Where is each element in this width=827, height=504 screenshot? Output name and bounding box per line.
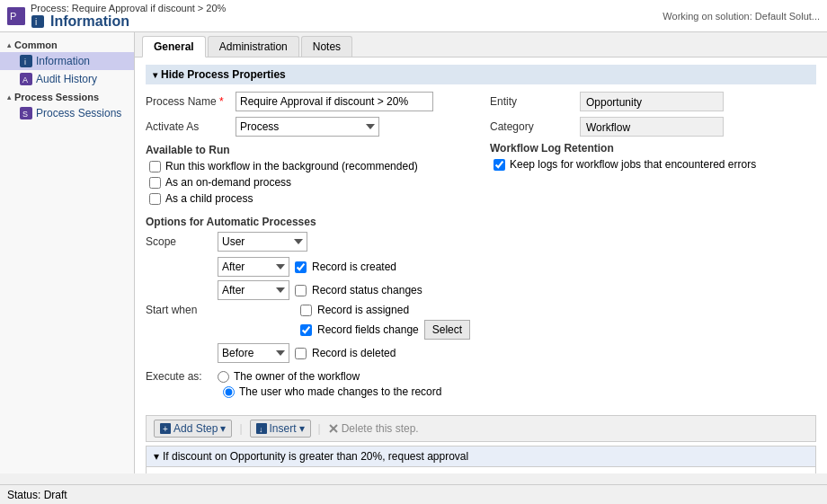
step-bar: + Add Step ▾ | ↓ Insert ▾ | Delete this …: [146, 415, 816, 442]
sidebar-item-process-sessions[interactable]: S Process Sessions: [0, 104, 134, 122]
record-status-label: Record status changes: [312, 284, 422, 296]
checkbox-child: As a child process: [146, 192, 472, 205]
content-area: General Administration Notes ▾ Hide Proc…: [135, 32, 827, 473]
sidebar: ▴ Common i Information A Audit History ▴…: [0, 32, 135, 473]
add-step-icon: +: [160, 423, 171, 434]
activate-as-label: Activate As: [146, 120, 236, 133]
sw2-select[interactable]: After: [218, 280, 289, 300]
delete-step[interactable]: Delete this step.: [328, 422, 419, 435]
keep-logs-label: Keep logs for workflow jobs that encount…: [510, 158, 756, 171]
audit-icon: A: [20, 73, 32, 85]
record-created-label: Record is created: [312, 261, 396, 273]
svg-text:S: S: [22, 110, 28, 119]
category-row: Category Workflow: [490, 117, 816, 137]
activate-as-row: Activate As Process: [146, 117, 472, 137]
common-triangle: ▴: [7, 41, 11, 49]
sidebar-item-audit-history[interactable]: A Audit History: [0, 70, 134, 88]
checkbox-background: Run this workflow in the background (rec…: [146, 160, 472, 172]
execute-owner-radio[interactable]: [218, 371, 229, 383]
section-arrow: ▾: [153, 70, 157, 80]
scope-label: Scope: [146, 235, 218, 248]
process-sessions-label: Process Sessions: [36, 107, 121, 119]
ps-triangle: ▴: [7, 93, 11, 102]
execute-as-row2: The user who made changes to the record: [146, 385, 816, 398]
ondemand-label: As an on-demand process: [165, 176, 291, 189]
right-col: Entity Opportunity Category Workflow Wor…: [490, 92, 816, 208]
scope-select[interactable]: User: [218, 232, 307, 252]
svg-text:i: i: [24, 57, 26, 66]
svg-text:+: +: [163, 424, 168, 434]
select-button[interactable]: Select: [424, 320, 470, 340]
svg-text:P: P: [10, 11, 16, 22]
process-icon: P: [7, 7, 25, 25]
ps-group-label: Process Sessions: [14, 92, 99, 102]
entity-value: Opportunity: [580, 92, 724, 111]
information-label: Information: [36, 55, 90, 67]
svg-rect-2: [31, 15, 44, 28]
sw5-select[interactable]: Before: [218, 343, 289, 363]
execute-as-label: Execute as:: [146, 370, 218, 383]
common-group: ▴ Common: [0, 36, 134, 52]
add-step-button[interactable]: + Add Step ▾: [154, 420, 232, 438]
tab-administration[interactable]: Administration: [208, 36, 299, 57]
start-when-fields: After Record is created After Record sta…: [218, 257, 470, 363]
workflow-steps: ▾ If discount on Opportunity is greater …: [146, 446, 816, 473]
process-sessions-group: ▴ Process Sessions: [0, 88, 134, 104]
process-subtitle: Process: Require Approval if discount > …: [31, 3, 226, 13]
child-checkbox[interactable]: [149, 193, 161, 205]
sw-line-1: After Record is created: [218, 257, 470, 277]
record-deleted-checkbox[interactable]: [295, 348, 307, 359]
execute-user-label: The user who made changes to the record: [239, 385, 441, 398]
scope-row: Scope User: [146, 232, 816, 252]
wf-step-body: If Opportunity:Opportunity Discount (%) …: [147, 467, 815, 473]
record-assigned-checkbox[interactable]: [300, 305, 312, 316]
record-deleted-label: Record is deleted: [312, 347, 396, 359]
category-label: Category: [490, 120, 580, 133]
info-icon: i: [31, 14, 45, 29]
ondemand-checkbox[interactable]: [149, 177, 161, 189]
section-header[interactable]: ▾ Hide Process Properties: [146, 65, 816, 84]
working-on-label: Working on solution: Default Solut...: [662, 11, 820, 22]
process-name-row: Process Name *: [146, 92, 472, 111]
options-section: Options for Automatic Processes Scope Us…: [146, 216, 816, 398]
tab-general[interactable]: General: [142, 36, 206, 57]
wl-title: Workflow Log Retention: [490, 142, 816, 155]
sw1-select[interactable]: After: [218, 257, 289, 277]
entity-row: Entity Opportunity: [490, 92, 816, 111]
tabs-bar: General Administration Notes: [135, 32, 827, 57]
insert-icon: ↓: [256, 423, 267, 434]
activate-as-select[interactable]: Process: [236, 117, 379, 137]
svg-rect-4: [20, 55, 32, 67]
tab-notes[interactable]: Notes: [301, 36, 352, 57]
left-col: Process Name * Activate As Process Avail: [146, 92, 472, 208]
svg-text:A: A: [22, 75, 28, 84]
process-name-label: Process Name *: [146, 95, 236, 108]
information-icon: i: [20, 55, 32, 67]
workflow-log-section: Workflow Log Retention Keep logs for wor…: [490, 142, 816, 171]
process-name-input[interactable]: [236, 92, 433, 111]
keep-logs-checkbox[interactable]: [494, 159, 505, 171]
child-label: As a child process: [165, 192, 253, 205]
execute-as-section: Execute as: The owner of the workflow Th…: [146, 370, 816, 398]
form-section: ▾ Hide Process Properties Process Name *: [135, 57, 827, 408]
insert-button[interactable]: ↓ Insert ▾: [250, 420, 311, 438]
available-to-run-title: Available to Run: [146, 144, 472, 156]
sw-line-4: Record fields change Select: [218, 320, 470, 340]
record-fields-checkbox[interactable]: [300, 324, 312, 336]
form-two-col: Process Name * Activate As Process Avail: [146, 92, 816, 208]
delete-icon: [328, 423, 339, 434]
execute-as-row1: Execute as: The owner of the workflow: [146, 370, 816, 383]
start-when-row: Start when After Record is created: [146, 257, 816, 363]
checkbox-keep-logs: Keep logs for workflow jobs that encount…: [490, 158, 816, 171]
entity-label: Entity: [490, 95, 580, 108]
common-group-label: Common: [14, 40, 58, 50]
background-checkbox[interactable]: [149, 161, 161, 172]
record-created-checkbox[interactable]: [295, 261, 307, 273]
record-status-checkbox[interactable]: [295, 285, 307, 296]
audit-history-label: Audit History: [36, 73, 97, 85]
record-assigned-label: Record is assigned: [317, 304, 409, 316]
execute-user-radio[interactable]: [223, 386, 235, 398]
category-value: Workflow: [580, 117, 724, 137]
page-title: Information: [50, 13, 129, 30]
sidebar-item-information[interactable]: i Information: [0, 52, 134, 70]
